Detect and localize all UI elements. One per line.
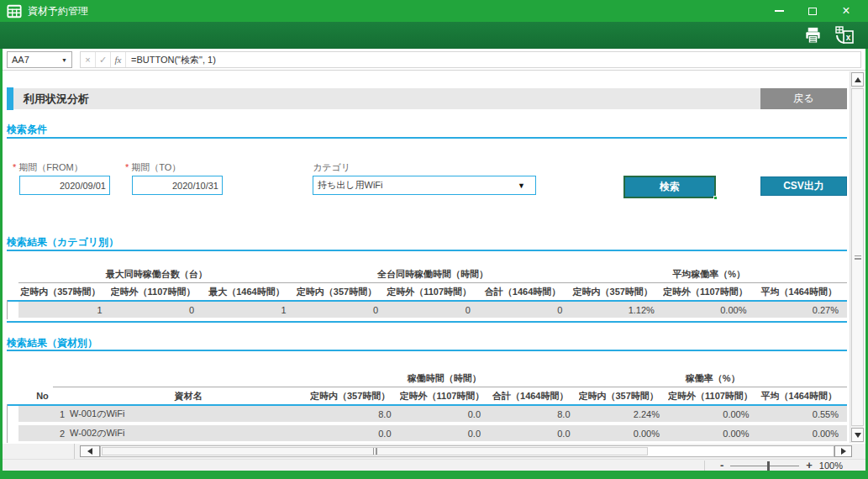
column-header: 平均（1464時間） <box>755 286 847 298</box>
status-bar: - + 100% <box>3 459 865 471</box>
cell-name-box[interactable]: AA7 ▼ <box>7 51 72 68</box>
group-header: 稼働率（%） <box>579 372 848 385</box>
search-button-selection: 検索 <box>623 176 716 198</box>
confirm-entry-icon[interactable]: ✓ <box>96 52 111 67</box>
csv-export-button[interactable]: CSV出力 <box>760 176 847 196</box>
scroll-right-button[interactable] <box>834 445 852 457</box>
cell: 0 <box>295 305 387 315</box>
table-line <box>7 321 847 323</box>
zoom-slider[interactable] <box>730 466 799 466</box>
column-header: 資材名 <box>66 390 310 403</box>
zoom-control: - + 100% <box>720 460 843 471</box>
column-header: 最大（1464時間） <box>203 286 295 298</box>
cell: 0 <box>111 305 203 315</box>
vertical-scrollbar-thumb[interactable] <box>851 88 864 426</box>
export-excel-button[interactable]: x <box>833 24 856 46</box>
column-header: No <box>18 391 66 401</box>
cell: 2.24% <box>579 409 669 419</box>
column-header: 定時外（1107時間） <box>400 390 490 403</box>
toolbar: x <box>0 22 868 49</box>
minimize-button[interactable] <box>762 0 796 22</box>
cell: 0 <box>387 305 479 315</box>
scrollbar-grip-icon <box>373 448 377 455</box>
section-underline <box>7 137 847 139</box>
app-window: 資材予約管理 × <box>0 0 868 479</box>
table-row: 1 W-001のWiFi 8.0 0.0 8.0 2.24% 0.00% 0.5… <box>18 406 847 422</box>
column-header: 合計（1464時間） <box>489 390 579 403</box>
zoom-out-button[interactable]: - <box>720 461 723 470</box>
cell: 1 <box>203 305 295 315</box>
sheet-tabs-area <box>3 444 75 459</box>
zoom-slider-thumb[interactable] <box>767 461 770 471</box>
horizontal-scrollbar-thumb[interactable] <box>102 447 648 455</box>
sheet-content: 利用状況分析 戻る 検索条件 *期間（FROM） *期間（TO） カテゴリ 持ち… <box>3 71 865 444</box>
print-button[interactable] <box>801 24 824 46</box>
cell: 0.27% <box>755 305 847 315</box>
column-header: 定時内（357時間） <box>295 286 387 298</box>
cell: 1 <box>18 305 111 315</box>
export-excel-icon: x <box>834 24 855 46</box>
horizontal-scrollbar[interactable] <box>100 445 834 457</box>
group-header: 稼働時間（時間） <box>310 372 579 385</box>
from-date-input[interactable] <box>19 176 110 195</box>
arrow-right-icon <box>841 448 846 455</box>
cell: 0.55% <box>758 409 848 419</box>
scroll-up-button[interactable] <box>851 72 864 87</box>
vertical-scrollbar[interactable] <box>850 71 864 443</box>
column-header: 平均（1464時間） <box>758 390 848 403</box>
arrow-left-icon <box>87 448 92 455</box>
search-button[interactable]: 検索 <box>625 177 714 197</box>
column-header: 定時外（1107時間） <box>663 286 755 298</box>
status-divider <box>704 461 705 471</box>
column-header: 合計（1464時間） <box>479 286 571 298</box>
selection-handle[interactable] <box>713 196 718 200</box>
maximize-icon <box>808 8 817 15</box>
category-dropdown[interactable]: 持ち出し用WiFi ▼ <box>313 176 536 195</box>
required-marker: * <box>125 162 129 172</box>
to-date-input[interactable] <box>132 176 223 195</box>
cell: 0.0 <box>400 429 490 439</box>
category-results-heading: 検索結果（カテゴリ別） <box>7 235 118 250</box>
material-results-heading: 検索結果（資材別） <box>7 336 97 350</box>
page-header-bar <box>7 88 847 109</box>
scroll-left-button[interactable] <box>80 445 100 457</box>
table-header-row: No 資材名 定時内（357時間） 定時外（1107時間） 合計（1464時間）… <box>18 387 847 404</box>
column-header: 定時内（357時間） <box>310 390 400 403</box>
cell: 0.0 <box>310 429 400 439</box>
cell: 1 <box>18 409 66 419</box>
cell: 0.00% <box>668 409 758 419</box>
cell: 8.0 <box>489 409 579 419</box>
zoom-level[interactable]: 100% <box>819 461 843 471</box>
insert-function-icon[interactable]: fx <box>111 52 126 67</box>
category-selected-value: 持ち出し用WiFi <box>313 179 518 192</box>
column-header: 定時外（1107時間） <box>387 286 479 298</box>
back-button[interactable]: 戻る <box>760 88 847 109</box>
spreadsheet-app-icon <box>7 4 22 18</box>
window-title: 資材予約管理 <box>28 4 88 18</box>
svg-text:x: x <box>846 33 851 42</box>
section-underline <box>7 250 847 251</box>
cell-reference: AA7 <box>8 55 61 65</box>
category-label: カテゴリ <box>313 161 350 174</box>
close-button[interactable]: × <box>829 0 863 22</box>
cell: W-002のWiFi <box>66 427 310 440</box>
zoom-in-button[interactable]: + <box>806 461 813 470</box>
table-group-header-row: 最大同時稼働台数（台） 全台同時稼働時間（時間） 平均稼働率（%） <box>18 266 847 282</box>
cell: 2 <box>18 429 66 439</box>
table-left-border <box>7 300 8 319</box>
name-box-dropdown-icon[interactable]: ▼ <box>61 57 71 63</box>
maximize-button[interactable] <box>796 0 829 22</box>
arrow-up-icon <box>855 77 861 82</box>
table-left-border <box>7 404 8 443</box>
to-date-label: *期間（TO） <box>125 161 181 174</box>
material-results-table: 稼働時間（時間） 稼働率（%） No 資材名 定時内（357時間） 定時外（11… <box>7 370 847 444</box>
horizontal-scrollbar-row <box>3 444 865 459</box>
column-header: 定時内（357時間） <box>18 286 111 298</box>
scroll-down-button[interactable] <box>851 428 864 442</box>
cancel-entry-icon[interactable]: × <box>81 52 96 67</box>
chevron-down-icon: ▼ <box>518 182 535 190</box>
formula-input-area: × ✓ fx =BUTTON("検索", 1) <box>80 51 861 68</box>
formula-text[interactable]: =BUTTON("検索", 1) <box>126 52 216 67</box>
arrow-down-icon <box>855 433 861 438</box>
column-header: 定時内（357時間） <box>571 286 663 298</box>
